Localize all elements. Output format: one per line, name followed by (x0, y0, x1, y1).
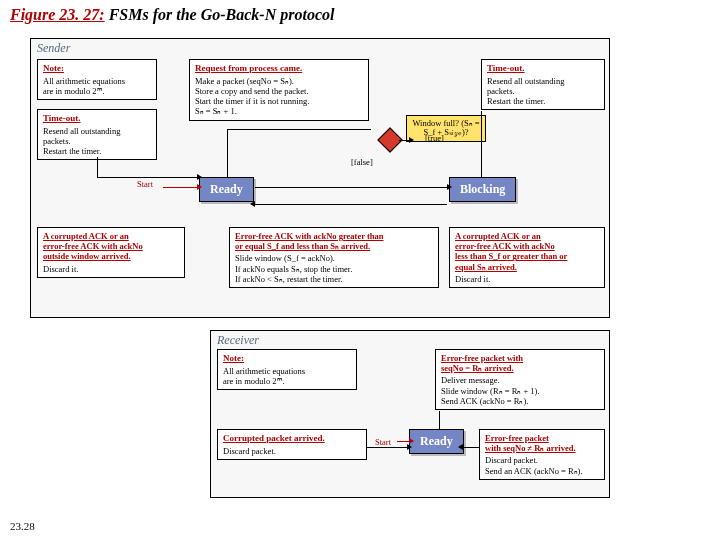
sender-good-ack-head: Error-free ACK with ackNo greater than o… (235, 231, 433, 251)
receiver-corrupt-arrow (367, 447, 407, 448)
sender-corrupt-right-body: Discard it. (455, 274, 599, 284)
receiver-corrupt-body: Discard packet. (223, 446, 361, 456)
sender-request-body: Make a packet (seqNo = Sₙ). Store a copy… (195, 76, 363, 117)
sender-blocking-state: Blocking (449, 177, 516, 202)
receiver-wrong-seq-head: Error-free packet with seqNo ≠ Rₙ arrive… (485, 433, 599, 453)
receiver-wrong-arrow (463, 447, 479, 448)
decision-to-cond (399, 140, 409, 141)
receiver-good-packet: Error-free packet with seqNo = Rₙ arrive… (435, 349, 605, 410)
page-number: 23.28 (10, 520, 35, 532)
sender-fsm: Sender Note: All arithmetic equations ar… (30, 38, 610, 318)
sender-request: Request from process came. Make a packet… (189, 59, 369, 121)
receiver-corrupt-head: Corrupted packet arrived. (223, 433, 361, 444)
receiver-good-arrow (439, 411, 440, 429)
receiver-good-packet-head: Error-free packet with seqNo = Rₙ arrive… (441, 353, 599, 373)
timeout-left-arrow (97, 157, 98, 177)
receiver-wrong-seq-body: Discard packet. Send an ACK (ackNo = Rₙ)… (485, 455, 599, 475)
sender-timeout-left-body: Resend all outstanding packets. Restart … (43, 126, 151, 157)
sender-timeout-right: Time-out. Resend all outstanding packets… (481, 59, 605, 110)
sender-ready-state: Ready (199, 177, 254, 202)
sender-label: Sender (37, 41, 70, 56)
figure-text: FSMs for the Go-Back-N protocol (109, 6, 335, 23)
blocking-to-ready (255, 204, 447, 205)
true-label: [true] (425, 133, 444, 143)
sender-corrupt-left-body: Discard it. (43, 264, 179, 274)
sender-corrupt-left: A corrupted ACK or an error-free ACK wit… (37, 227, 185, 278)
receiver-note: Note: All arithmetic equations are in mo… (217, 349, 357, 390)
receiver-wrong-seq: Error-free packet with seqNo ≠ Rₙ arrive… (479, 429, 605, 480)
sender-start-label: Start (137, 179, 153, 189)
sender-note: Note: All arithmetic equations are in mo… (37, 59, 157, 100)
sender-note-head: Note: (43, 63, 151, 74)
timeout-left-arrow-h (97, 177, 197, 178)
receiver-good-packet-body: Deliver message. Slide window (Rₙ = Rₙ +… (441, 375, 599, 406)
figure-number: Figure 23. 27: (10, 6, 105, 23)
request-arrow-right (227, 129, 371, 130)
window-full-text: Window full? (Sₙ = S_f + Sₛᵢ𝓏ₑ)? (412, 118, 479, 137)
sender-timeout-left-head: Time-out. (43, 113, 151, 124)
sender-request-head: Request from process came. (195, 63, 363, 74)
sender-timeout-left: Time-out. Resend all outstanding packets… (37, 109, 157, 160)
sender-timeout-right-body: Resend all outstanding packets. Restart … (487, 76, 599, 107)
sender-good-ack: Error-free ACK with ackNo greater than o… (229, 227, 439, 288)
receiver-start-arrow (397, 441, 409, 442)
sender-corrupt-left-head: A corrupted ACK or an error-free ACK wit… (43, 231, 179, 262)
window-full-condition: Window full? (Sₙ = S_f + Sₛᵢ𝓏ₑ)? (406, 115, 486, 142)
receiver-note-head: Note: (223, 353, 351, 364)
timeout-right-arrow (481, 111, 482, 177)
sender-corrupt-right: A corrupted ACK or an error-free ACK wit… (449, 227, 605, 288)
sender-good-ack-body: Slide window (S_f = ackNo). If ackNo equ… (235, 253, 433, 284)
start-arrow (163, 187, 197, 188)
false-label: [false] (351, 157, 373, 167)
receiver-ready-state: Ready (409, 429, 464, 454)
ready-to-blocking (255, 187, 447, 188)
receiver-corrupt-packet: Corrupted packet arrived. Discard packet… (217, 429, 367, 460)
sender-note-body: All arithmetic equations are in modulo 2… (43, 76, 151, 96)
sender-corrupt-right-head: A corrupted ACK or an error-free ACK wit… (455, 231, 599, 272)
request-arrow-down (227, 129, 228, 177)
receiver-note-body: All arithmetic equations are in modulo 2… (223, 366, 351, 386)
receiver-label: Receiver (217, 333, 259, 348)
receiver-start-label: Start (375, 437, 391, 447)
sender-timeout-right-head: Time-out. (487, 63, 599, 74)
receiver-fsm: Receiver Note: All arithmetic equations … (210, 330, 610, 498)
figure-title: Figure 23. 27: FSMs for the Go-Back-N pr… (10, 6, 334, 24)
